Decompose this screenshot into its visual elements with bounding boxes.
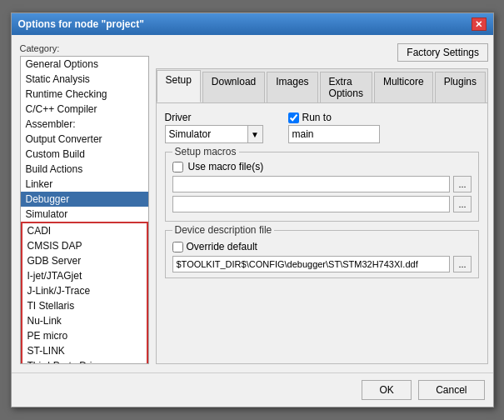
dialog-body: Category: General Options Static Analysi… — [12, 35, 493, 372]
run-to-label: Run to — [302, 112, 332, 123]
macro-input-row-2: ... — [172, 196, 472, 212]
factory-settings-button[interactable]: Factory Settings — [397, 43, 488, 62]
driver-label: Driver — [165, 112, 263, 123]
driver-col: Driver ▼ — [165, 112, 263, 143]
sidebar-item-stlink[interactable]: ST-LINK — [22, 343, 147, 358]
run-to-input[interactable] — [288, 125, 380, 143]
driver-input[interactable] — [165, 125, 248, 143]
override-wrapper: Override default — [172, 241, 472, 252]
sidebar-item-thirdparty[interactable]: Third-Party Driver — [22, 358, 147, 364]
sidebar-group-box: CADI CMSIS DAP GDB Server I-jet/JTAGjet … — [21, 222, 148, 364]
tab-extra-options[interactable]: Extra Options — [320, 72, 372, 102]
factory-btn-row: Factory Settings — [156, 43, 489, 62]
sidebar-item-linker[interactable]: Linker — [21, 177, 148, 192]
sidebar-item-ijet[interactable]: I-jet/JTAGjet — [22, 268, 147, 283]
sidebar-item-cadi[interactable]: CADI — [22, 223, 147, 238]
sidebar-item-gdb[interactable]: GDB Server — [22, 253, 147, 268]
sidebar-item-custom[interactable]: Custom Build — [21, 147, 148, 162]
sidebar-item-simulator[interactable]: Simulator — [21, 207, 148, 222]
sidebar-item-stellaris[interactable]: TI Stellaris — [22, 298, 147, 313]
sidebar-item-debugger[interactable]: Debugger — [21, 192, 148, 207]
device-path-row: ... — [172, 256, 472, 272]
sidebar-item-compiler[interactable]: C/C++ Compiler — [21, 102, 148, 117]
content-area: Factory Settings Setup Download Images E… — [156, 43, 489, 364]
sidebar-item-jlink[interactable]: J-Link/J-Trace — [22, 283, 147, 298]
run-to-label-row: Run to — [288, 112, 380, 123]
macro-input-1[interactable] — [172, 176, 451, 192]
tabs-container: Setup Download Images Extra Options Mult… — [156, 68, 489, 364]
device-desc-group: Device description file Override default… — [165, 230, 480, 278]
use-macro-wrapper: Use macro file(s) — [172, 161, 264, 172]
sidebar-item-general[interactable]: General Options — [21, 57, 148, 72]
driver-select: ▼ — [165, 125, 263, 143]
use-macro-checkbox[interactable] — [172, 162, 183, 172]
override-label: Override default — [187, 241, 257, 252]
driver-row: Driver ▼ Run to — [165, 112, 480, 143]
tab-download[interactable]: Download — [202, 72, 265, 102]
tab-images[interactable]: Images — [267, 72, 317, 102]
run-to-checkbox[interactable] — [288, 112, 299, 123]
macros-group-title: Setup macros — [172, 146, 239, 158]
setup-macros-group: Setup macros Use macro file(s) ... — [165, 152, 480, 222]
tab-plugins[interactable]: Plugins — [435, 72, 486, 102]
macro-browse-btn-2[interactable]: ... — [453, 196, 472, 212]
device-group-title: Device description file — [172, 224, 275, 236]
use-macro-label: Use macro file(s) — [188, 161, 264, 172]
sidebar: Category: General Options Static Analysi… — [20, 43, 149, 364]
macro-browse-btn-1[interactable]: ... — [453, 176, 472, 192]
tab-setup[interactable]: Setup — [157, 70, 201, 102]
macros-group-content: Use macro file(s) ... ... — [172, 161, 472, 212]
driver-dropdown-btn[interactable]: ▼ — [248, 125, 263, 143]
close-button[interactable]: ✕ — [472, 18, 487, 31]
macro-input-2[interactable] — [172, 196, 451, 212]
sidebar-item-output[interactable]: Output Converter — [21, 132, 148, 147]
tab-multicore[interactable]: Multicore — [374, 72, 433, 102]
title-text: Options for node "project" — [18, 18, 144, 30]
sidebar-item-nulink[interactable]: Nu-Link — [22, 313, 147, 328]
category-label: Category: — [20, 43, 149, 53]
sidebar-item-cmsis[interactable]: CMSIS DAP — [22, 238, 147, 253]
title-bar: Options for node "project" ✕ — [12, 13, 493, 35]
override-checkbox[interactable] — [172, 242, 183, 252]
device-path-input[interactable] — [172, 256, 451, 272]
sidebar-list: General Options Static Analysis Runtime … — [20, 56, 149, 364]
run-to-col: Run to — [288, 112, 380, 143]
macro-checkbox-row: Use macro file(s) — [172, 161, 472, 172]
device-browse-btn[interactable]: ... — [453, 256, 472, 272]
sidebar-item-runtime[interactable]: Runtime Checking — [21, 87, 148, 102]
cancel-button[interactable]: Cancel — [418, 380, 484, 400]
macro-input-row-1: ... — [172, 176, 472, 192]
sidebar-item-build[interactable]: Build Actions — [21, 162, 148, 177]
sidebar-item-static[interactable]: Static Analysis — [21, 72, 148, 87]
sidebar-item-pemicro[interactable]: PE micro — [22, 328, 147, 343]
tab-bar: Setup Download Images Extra Options Mult… — [157, 69, 488, 103]
sidebar-item-assembler[interactable]: Assembler: — [21, 117, 148, 132]
run-to-checkbox-wrapper: Run to — [288, 112, 332, 123]
setup-tab-content: Driver ▼ Run to — [157, 103, 488, 363]
ok-button[interactable]: OK — [362, 380, 412, 400]
dialog-window: Options for node "project" ✕ Category: G… — [11, 12, 494, 408]
dialog-footer: OK Cancel — [12, 372, 493, 407]
